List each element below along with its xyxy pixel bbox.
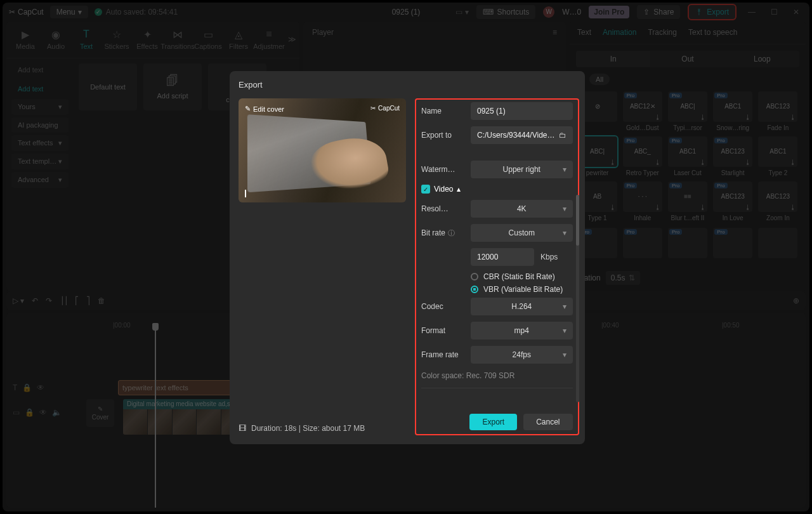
help-icon[interactable]: ⓘ <box>448 228 455 238</box>
logo-icon: ✂ <box>370 105 376 112</box>
text-cursor <box>245 190 246 197</box>
codec-label: Codec <box>421 302 464 311</box>
chevron-down-icon: ▾ <box>563 326 566 335</box>
format-label: Format <box>421 326 464 335</box>
watermark-select[interactable]: Upper right▾ <box>471 161 573 178</box>
checkbox-icon[interactable]: ✓ <box>421 185 430 194</box>
export-to-input[interactable]: C:/Users/93444/Vide… 🗀 <box>471 126 573 144</box>
dialog-title: Export <box>239 80 576 89</box>
bitrate-unit: Kbps <box>540 253 558 261</box>
scrollbar[interactable] <box>576 195 579 402</box>
radio-icon <box>471 273 478 280</box>
bitrate-label: Bit rateⓘ <box>421 228 464 238</box>
format-select[interactable]: mp4▾ <box>471 322 573 339</box>
folder-icon[interactable]: 🗀 <box>559 131 566 140</box>
cbr-radio[interactable]: CBR (Static Bit Rate) <box>471 272 573 281</box>
bitrate-mode-select[interactable]: Custom▾ <box>471 224 573 242</box>
edit-cover-button[interactable]: ✎ Edit cover <box>245 105 284 113</box>
video-section-toggle[interactable]: ✓ Video ▴ <box>421 185 573 194</box>
cancel-button[interactable]: Cancel <box>523 414 572 430</box>
film-icon: 🎞 <box>239 424 246 433</box>
export-meta: 🎞 Duration: 18s | Size: about 17 MB <box>239 424 365 433</box>
export-confirm-button[interactable]: Export <box>469 414 517 430</box>
pencil-icon: ✎ <box>245 105 251 113</box>
radio-icon <box>471 286 478 293</box>
framerate-select[interactable]: 24fps▾ <box>471 346 573 364</box>
chevron-up-icon: ▴ <box>457 185 461 194</box>
bitrate-value-input[interactable]: 12000 <box>471 248 534 266</box>
resolution-select[interactable]: 4K▾ <box>471 200 573 218</box>
colorspace-info: Color space: Rec. 709 SDR <box>421 371 573 380</box>
chevron-down-icon: ▾ <box>563 350 566 359</box>
export-to-label: Export to <box>421 131 464 140</box>
name-input[interactable]: 0925 (1) <box>471 102 573 120</box>
vbr-radio[interactable]: VBR (Variable Bit Rate) <box>471 285 573 294</box>
chevron-down-icon: ▾ <box>563 204 566 213</box>
preview-watermark: ✂ CapCut <box>370 105 400 112</box>
export-form: Name 0925 (1) Export to C:/Users/93444/V… <box>415 98 579 435</box>
chevron-down-icon: ▾ <box>563 228 566 237</box>
codec-select[interactable]: H.264▾ <box>471 298 573 315</box>
watermark-label: Waterm… <box>421 165 464 174</box>
resolution-label: Resol… <box>421 204 464 213</box>
chevron-down-icon: ▾ <box>563 165 566 174</box>
framerate-label: Frame rate <box>421 350 464 359</box>
chevron-down-icon: ▾ <box>563 302 566 311</box>
name-label: Name <box>421 107 464 115</box>
export-dialog: Export ✎ Edit cover ✂ CapCut Name 0 <box>230 71 585 444</box>
export-preview: ✎ Edit cover ✂ CapCut <box>239 98 406 202</box>
